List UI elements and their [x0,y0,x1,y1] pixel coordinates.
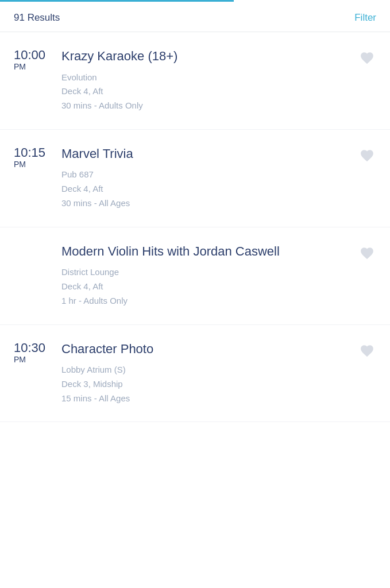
event-meta: Lobby Atrium (S) Deck 3, Midship 15 mins… [61,363,358,405]
event-venue: Lobby Atrium (S) [61,363,358,377]
event-details: Character Photo Lobby Atrium (S) Deck 3,… [57,341,358,406]
event-item: 10:30 PM Character Photo Lobby Atrium (S… [0,325,390,423]
event-time: 10:00 PM [14,48,57,71]
event-details: Krazy Karaoke (18+) Evolution Deck 4, Af… [57,48,358,113]
event-details: Modern Violin Hits with Jordan Caswell D… [57,243,358,308]
header: 91 Results Filter [0,2,390,32]
event-title: Krazy Karaoke (18+) [61,48,358,65]
event-meta: District Lounge Deck 4, Aft 1 hr - Adult… [61,265,358,308]
event-meta: Pub 687 Deck 4, Aft 30 mins - All Ages [61,168,358,210]
favorite-button[interactable] [358,48,376,67]
event-location: Deck 4, Aft [61,182,358,196]
event-ampm: PM [14,355,57,364]
event-hour: 10:30 [14,341,57,355]
event-ampm: PM [14,62,57,71]
event-title: Character Photo [61,341,358,358]
event-item: Modern Violin Hits with Jordan Caswell D… [0,227,390,325]
heart-icon [360,51,374,65]
favorite-button[interactable] [358,243,376,262]
event-item: 10:15 PM Marvel Trivia Pub 687 Deck 4, A… [0,130,390,227]
filter-button[interactable]: Filter [354,12,376,24]
heart-icon [360,148,374,163]
event-meta: Evolution Deck 4, Aft 30 mins - Adults O… [61,71,358,113]
favorite-button[interactable] [358,146,376,164]
event-location: Deck 4, Aft [61,280,358,294]
event-location: Deck 3, Midship [61,377,358,392]
event-duration: 15 mins - All Ages [61,392,358,406]
event-item: 10:00 PM Krazy Karaoke (18+) Evolution D… [0,32,390,130]
event-title: Marvel Trivia [61,146,358,163]
results-count: 91 Results [14,12,60,24]
event-details: Marvel Trivia Pub 687 Deck 4, Aft 30 min… [57,146,358,211]
heart-icon [360,343,374,358]
event-venue: District Lounge [61,265,358,280]
event-title: Modern Violin Hits with Jordan Caswell [61,243,358,260]
event-time: 10:30 PM [14,341,57,364]
event-ampm: PM [14,160,57,169]
favorite-button[interactable] [358,341,376,359]
heart-icon [360,246,374,261]
event-venue: Pub 687 [61,168,358,182]
event-hour: 10:15 [14,146,57,160]
event-venue: Evolution [61,71,358,85]
event-duration: 30 mins - All Ages [61,196,358,211]
event-duration: 30 mins - Adults Only [61,99,358,113]
events-list: 10:00 PM Krazy Karaoke (18+) Evolution D… [0,32,390,434]
event-time: 10:15 PM [14,146,57,169]
event-location: Deck 4, Aft [61,84,358,99]
event-duration: 1 hr - Adults Only [61,294,358,308]
event-hour: 10:00 [14,48,57,62]
